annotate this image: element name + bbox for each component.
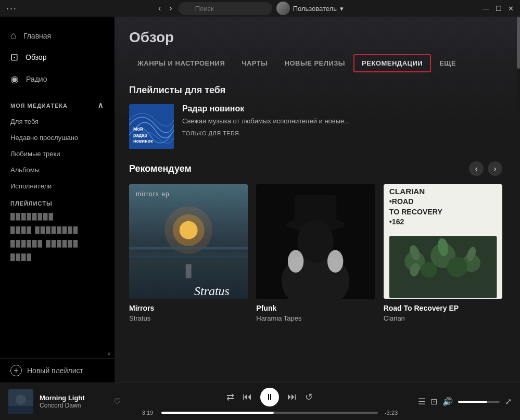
player-track-name: Morning Light [40, 394, 102, 402]
tab-genres[interactable]: ЖАНРЫ И НАСТРОЕНИЯ [129, 54, 233, 72]
volume-icon[interactable]: 🔊 [442, 397, 453, 406]
svg-rect-6 [129, 247, 248, 249]
album-card-mirrors[interactable]: mirrors ep Stratus Mirrors Stratus [129, 184, 248, 322]
album-card-pfunk[interactable]: Pfunk Haramia Tapes [256, 184, 375, 322]
svg-rect-22 [336, 257, 338, 268]
recommended-title: Рекомендуем [129, 163, 192, 174]
window-menu[interactable]: ··· [6, 3, 17, 14]
album-thumb-mirrors: mirrors ep Stratus [129, 184, 248, 299]
album-name-mirrors: Mirrors [129, 304, 248, 312]
tab-more[interactable]: ЕЩЕ [431, 54, 464, 72]
main-area: Обзор ЖАНРЫ И НАСТРОЕНИЯ ЧАРТЫ НОВЫЕ РЕЛ… [115, 17, 520, 383]
player-track-thumb [8, 389, 33, 414]
sidebar-item-liked-tracks[interactable]: Любимые треки [0, 146, 115, 162]
playlist-item-1[interactable]: ████████ [0, 210, 115, 223]
user-area[interactable]: Пользователь ▾ [276, 2, 344, 15]
devices-icon[interactable]: ⊡ [430, 397, 437, 406]
my-library-label: МОЯ МЕДИАТЕКА [10, 103, 68, 109]
playlist-item-4[interactable]: ████ [0, 250, 115, 264]
playlist-item-3[interactable]: ██████ ██████ [0, 237, 115, 250]
svg-rect-19 [295, 257, 298, 268]
svg-text:•ROAD: •ROAD [389, 197, 414, 206]
sidebar-item-home[interactable]: ⌂ Главная [0, 25, 115, 46]
playlists-section-title: Плейлисты для тебя [129, 85, 502, 96]
main-content: Обзор ЖАНРЫ И НАСТРОЕНИЯ ЧАРТЫ НОВЫЕ РЕЛ… [115, 17, 517, 383]
next-track-button[interactable]: ⏭ [287, 391, 297, 402]
sidebar-scroll: Для тебя Недавно прослушано Любимые трек… [0, 113, 115, 349]
search-input[interactable] [179, 2, 272, 15]
chevron-down-icon: ▾ [340, 5, 344, 12]
tab-recommendations[interactable]: РЕКОМЕНДАЦИИ [353, 54, 431, 72]
new-playlist-button[interactable]: + Новый плейлист [10, 365, 104, 376]
home-icon: ⌂ [10, 30, 16, 41]
radar-card[interactable]: Мой радар новинок Радар новинок Свежая м… [129, 104, 502, 149]
sidebar-item-label-radio: Радио [26, 75, 47, 83]
sidebar-item-browse[interactable]: ⊡ Обзор [0, 46, 115, 68]
prev-button[interactable]: ‹ [469, 161, 484, 176]
title-bar: ··· ‹ › 🔍 Пользователь ▾ — ☐ ✕ [0, 0, 520, 17]
queue-icon[interactable]: ☰ [418, 397, 425, 406]
recommended-header: Рекомендуем ‹ › [129, 161, 502, 176]
radar-thumb-text: Мой радар новинок [133, 126, 153, 145]
repeat-button[interactable]: ↺ [305, 391, 313, 403]
plus-icon: + [10, 365, 22, 376]
window-controls: — ☐ ✕ [483, 5, 514, 12]
svg-rect-9 [186, 264, 192, 278]
album-name-pfunk: Pfunk [256, 304, 375, 312]
album-artist-mirrors: Stratus [129, 314, 248, 322]
volume-fill [458, 401, 487, 403]
svg-rect-41 [8, 406, 33, 414]
progress-bar[interactable] [161, 412, 378, 414]
album-thumb-pfunk [256, 184, 375, 299]
main-scroll[interactable]: Обзор ЖАНРЫ И НАСТРОЕНИЯ ЧАРТЫ НОВЫЕ РЕЛ… [115, 17, 517, 383]
album-artist-pfunk: Haramia Tapes [256, 314, 375, 322]
tabs: ЖАНРЫ И НАСТРОЕНИЯ ЧАРТЫ НОВЫЕ РЕЛИЗЫ РЕ… [129, 54, 502, 72]
close-button[interactable]: ✕ [508, 5, 514, 12]
my-library-header: МОЯ МЕДИАТЕКА ∧ [0, 94, 115, 113]
radar-thumb: Мой радар новинок [129, 104, 174, 149]
sidebar-item-radio[interactable]: ◉ Радио [0, 68, 115, 90]
play-pause-button[interactable]: ⏸ [260, 388, 279, 406]
shuffle-button[interactable]: ⇄ [226, 391, 234, 403]
browse-icon: ⊡ [10, 52, 18, 63]
new-playlist-label: Новый плейлист [27, 366, 83, 375]
volume-bar[interactable] [458, 401, 500, 403]
sidebar-item-for-you[interactable]: Для тебя [0, 113, 115, 130]
scroll-down-icon: ∨ [107, 350, 111, 357]
playlist-item-2[interactable]: ████ ████████ [0, 223, 115, 237]
sidebar-item-recently-played[interactable]: Недавно прослушано [0, 130, 115, 146]
svg-point-33 [421, 262, 436, 277]
svg-text:mirrors ep: mirrors ep [136, 190, 170, 198]
title-bar-center: ‹ › 🔍 Пользователь ▾ [156, 2, 344, 15]
player-progress: 3:19 -3:23 [139, 410, 400, 416]
minimize-button[interactable]: — [483, 5, 489, 12]
nav-forward-button[interactable]: › [167, 4, 174, 13]
album-name-clarian: Road To Recovery EP [384, 304, 502, 312]
svg-rect-18 [291, 259, 294, 267]
progress-current: 3:19 [139, 410, 156, 416]
sidebar-item-albums[interactable]: Альбомы [0, 162, 115, 178]
player-track-artist: Concord Dawn [40, 402, 102, 409]
main-scrollbar[interactable] [517, 17, 520, 383]
radar-desc: Свежая музыка от любимых исполнителей и … [182, 117, 502, 126]
player-controls: ⇄ ⏮ ⏸ ⏭ ↺ 3:19 -3:23 [127, 388, 412, 416]
player-bar: Morning Light Concord Dawn ♡ ⇄ ⏮ ⏸ ⏭ ↺ 3… [0, 383, 520, 420]
fullscreen-icon[interactable]: ⤢ [505, 397, 512, 406]
album-thumb-clarian: CLARIAN •ROAD TO RECOVERY •162 [384, 184, 502, 299]
tab-charts[interactable]: ЧАРТЫ [233, 54, 276, 72]
sidebar-item-artists[interactable]: Исполнители [0, 178, 115, 194]
search-wrapper: 🔍 [179, 2, 272, 15]
recommended-nav: ‹ › [469, 161, 502, 176]
svg-rect-21 [332, 259, 334, 267]
prev-track-button[interactable]: ⏮ [243, 391, 252, 402]
nav-back-button[interactable]: ‹ [156, 4, 163, 13]
svg-text:TO RECOVERY: TO RECOVERY [389, 208, 443, 216]
library-chevron-icon[interactable]: ∧ [97, 100, 104, 110]
next-button[interactable]: › [488, 161, 502, 176]
svg-text:Stratus: Stratus [194, 284, 230, 298]
sidebar-item-label-browse: Обзор [26, 53, 46, 61]
tab-new-releases[interactable]: НОВЫЕ РЕЛИЗЫ [276, 54, 354, 72]
album-card-clarian[interactable]: CLARIAN •ROAD TO RECOVERY •162 [384, 184, 502, 322]
heart-icon[interactable]: ♡ [113, 397, 121, 406]
maximize-button[interactable]: ☐ [496, 5, 502, 12]
